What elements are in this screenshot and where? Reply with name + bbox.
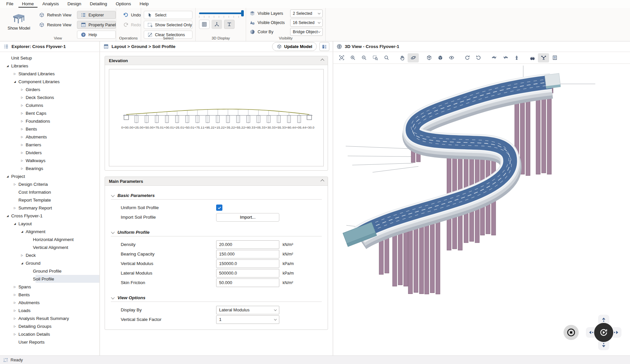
vertical-scale-factor-select[interactable]: 1 xyxy=(216,315,279,324)
basic-parameters-section-header[interactable]: Basic Parameters xyxy=(112,193,322,198)
refresh-view-button[interactable]: Refresh View xyxy=(35,11,75,19)
skin-friction-input[interactable] xyxy=(216,279,279,287)
explorer-toggle-button[interactable]: Explorer xyxy=(77,11,116,19)
menu-item-design[interactable]: Design xyxy=(64,0,85,8)
collapse-main-parameters-icon[interactable] xyxy=(320,179,324,183)
wireframe-box-button[interactable] xyxy=(423,53,435,62)
tree-item-abutments[interactable]: ▷Abutments xyxy=(0,299,99,306)
tree-collapsed-icon[interactable]: ▷ xyxy=(18,112,26,115)
tree-collapsed-icon[interactable]: ▷ xyxy=(18,167,26,170)
tree-collapsed-icon[interactable]: ▷ xyxy=(11,309,18,312)
tree-item-ground-profile[interactable]: Ground Profile xyxy=(0,267,99,275)
section-view-button[interactable] xyxy=(549,53,560,62)
tree-collapsed-icon[interactable]: ▷ xyxy=(18,254,26,257)
record-walkthrough-button[interactable] xyxy=(564,325,579,340)
tree-item-deck[interactable]: ▷Deck xyxy=(0,251,99,259)
zoom-window-button[interactable] xyxy=(369,53,381,62)
tree-item-spans[interactable]: ▷Spans xyxy=(0,283,99,291)
display-by-select[interactable]: Lateral Modulus xyxy=(216,306,279,314)
tree-collapsed-icon[interactable]: ▷ xyxy=(11,325,18,328)
view-left-button[interactable] xyxy=(489,53,500,62)
visibility-eye-button[interactable] xyxy=(446,53,457,62)
tree-collapsed-icon[interactable]: ▷ xyxy=(11,293,18,296)
detail-panel-toggle-button[interactable] xyxy=(319,42,329,51)
tree-item-cross-flyover-1[interactable]: ◢Cross Flyover-1 xyxy=(0,212,99,220)
view-right-button[interactable] xyxy=(500,53,511,62)
tree-item-component-libraries[interactable]: ◢Component Libraries xyxy=(0,78,99,85)
view-options-section-header[interactable]: View Options xyxy=(112,295,322,300)
tree-item-horizontal-alignment[interactable]: Horizontal Alignment xyxy=(0,235,99,243)
uniform-soil-profile-checkbox[interactable] xyxy=(216,205,222,211)
zoom-selection-button[interactable] xyxy=(381,53,392,62)
vertical-modulus-input[interactable] xyxy=(216,259,279,268)
tree-item-layout[interactable]: ◢Layout xyxy=(0,220,99,228)
solid-box-button[interactable] xyxy=(435,53,446,62)
orbit-mode-button[interactable] xyxy=(594,323,613,342)
select-button[interactable]: Select xyxy=(144,11,192,19)
tree-item-vertical-alignment[interactable]: Vertical Alignment xyxy=(0,243,99,251)
tree-item-unit-setup[interactable]: Unit Setup xyxy=(0,54,99,62)
bearing-capacity-input[interactable] xyxy=(216,250,279,258)
tree-collapsed-icon[interactable]: ▷ xyxy=(18,159,26,162)
tree-item-detailing-groups[interactable]: ▷Detailing Groups xyxy=(0,322,99,330)
menu-item-home[interactable]: Home xyxy=(18,0,38,8)
tree-expanded-icon[interactable]: ◢ xyxy=(11,222,18,225)
restore-view-button[interactable]: Restore View xyxy=(35,21,75,29)
tree-item-analysis-result-summary[interactable]: ▷Analysis Result Summary xyxy=(0,314,99,322)
collapse-elevation-icon[interactable] xyxy=(320,59,324,62)
color-by-select[interactable]: Bridge Object xyxy=(290,28,323,36)
tree-collapsed-icon[interactable]: ▷ xyxy=(18,151,26,154)
property-panel-toggle-button[interactable]: Property Panel xyxy=(77,21,116,29)
tree-expanded-icon[interactable]: ◢ xyxy=(18,262,26,265)
tree-item-columns[interactable]: ▷Columns xyxy=(0,101,99,109)
tree-item-bents[interactable]: ▷Bents xyxy=(0,125,99,133)
tree-item-alignment[interactable]: ◢Alignment xyxy=(0,228,99,235)
tree-expanded-icon[interactable]: ◢ xyxy=(4,214,11,217)
tree-collapsed-icon[interactable]: ▷ xyxy=(18,96,26,99)
menu-item-detailing[interactable]: Detailing xyxy=(86,0,111,8)
tree-collapsed-icon[interactable]: ▷ xyxy=(18,135,26,138)
tree-item-barriers[interactable]: ▷Barriers xyxy=(0,141,99,149)
tree-item-loads[interactable]: ▷Loads xyxy=(0,306,99,314)
tree-item-summary-report[interactable]: ▷Summary Report xyxy=(0,204,99,212)
tree-item-cost-information[interactable]: Cost Information xyxy=(0,188,99,196)
axes-display-button[interactable] xyxy=(212,20,222,29)
tree-expanded-icon[interactable]: ◢ xyxy=(18,230,26,233)
tree-collapsed-icon[interactable]: ▷ xyxy=(11,333,18,336)
undo-button[interactable]: Undo xyxy=(119,11,141,19)
view-up-button[interactable] xyxy=(511,53,522,62)
zoom-in-button[interactable] xyxy=(347,53,358,62)
tree-item-foundations[interactable]: ▷Foundations xyxy=(0,117,99,125)
tree-collapsed-icon[interactable]: ▷ xyxy=(18,104,26,107)
tree-item-location-details[interactable]: ▷Location Details xyxy=(0,330,99,338)
tree-item-project[interactable]: ◢Project xyxy=(0,172,99,180)
lateral-modulus-input[interactable] xyxy=(216,269,279,278)
density-input[interactable] xyxy=(216,240,279,249)
rotate-ccw-button[interactable] xyxy=(473,53,484,62)
fly-through-button[interactable] xyxy=(538,53,549,62)
tree-expanded-icon[interactable]: ◢ xyxy=(4,64,11,67)
drive-through-button[interactable] xyxy=(527,53,538,62)
tree-collapsed-icon[interactable]: ▷ xyxy=(18,120,26,123)
grid-display-button[interactable] xyxy=(199,20,210,29)
rotate-cw-button[interactable] xyxy=(462,53,473,62)
tree-item-libraries[interactable]: ◢Libraries xyxy=(0,62,99,70)
import-button[interactable]: Import... xyxy=(216,213,279,222)
tree-item-soil-profile[interactable]: Soil Profile xyxy=(0,275,99,283)
tree-item-walkways[interactable]: ▷Walkways xyxy=(0,157,99,164)
tree-item-dividers[interactable]: ▷Dividers xyxy=(0,149,99,157)
visible-objects-select[interactable]: 16 Selected xyxy=(290,19,323,27)
tree-expanded-icon[interactable]: ◢ xyxy=(11,80,18,83)
tree-collapsed-icon[interactable]: ▷ xyxy=(18,128,26,131)
orbit-button[interactable] xyxy=(408,53,419,62)
viewport-3d[interactable] xyxy=(333,64,630,355)
tree-item-abutments[interactable]: ▷Abutments xyxy=(0,133,99,141)
tree-collapsed-icon[interactable]: ▷ xyxy=(11,206,18,209)
pan-button[interactable] xyxy=(396,53,408,62)
menu-item-analysis[interactable]: Analysis xyxy=(39,0,63,8)
tree-collapsed-icon[interactable]: ▷ xyxy=(11,317,18,320)
slider-thumb[interactable] xyxy=(241,10,244,16)
visible-layers-select[interactable]: 2 Selected xyxy=(290,10,323,17)
tree-collapsed-icon[interactable]: ▷ xyxy=(18,88,26,91)
tree-item-bent-caps[interactable]: ▷Bent Caps xyxy=(0,109,99,117)
